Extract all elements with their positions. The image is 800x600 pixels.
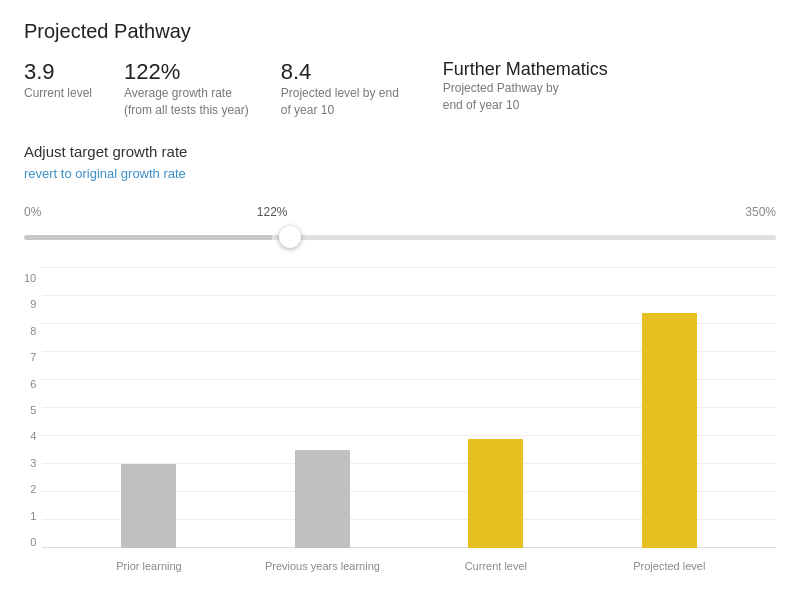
projected-label: Projected level by end of year 10	[281, 85, 411, 119]
bar-previous-learning	[295, 450, 350, 548]
chart-container: 0 1 2 3 4 5 6 7 8 9 10	[24, 268, 776, 548]
stat-current-level: 3.9 Current level	[24, 59, 92, 102]
grid-container: Prior learning Previous years learning C…	[42, 268, 776, 548]
y-label-0: 0	[24, 536, 36, 548]
bar-group-projected: Projected level	[642, 313, 697, 548]
bar-group-previous: Previous years learning	[295, 450, 350, 548]
y-label-3: 3	[24, 457, 36, 469]
projected-value: 8.4	[281, 59, 411, 85]
slider-wrapper: 122%	[24, 223, 776, 244]
y-label-7: 7	[24, 351, 36, 363]
stat-pathway: Further Mathematics Projected Pathway by…	[443, 59, 608, 114]
chart-body: Prior learning Previous years learning C…	[42, 268, 776, 548]
bar-prior-learning	[121, 464, 176, 548]
slider-current-label: 122%	[257, 205, 288, 219]
growth-rate-main-label: Average growth rate	[124, 85, 249, 102]
y-label-1: 1	[24, 510, 36, 522]
y-label-8: 8	[24, 325, 36, 337]
bar-label-prior: Prior learning	[116, 560, 181, 572]
revert-link[interactable]: revert to original growth rate	[24, 166, 186, 181]
stat-growth-rate: 122% Average growth rate (from all tests…	[124, 59, 249, 119]
page-title: Projected Pathway	[24, 20, 776, 43]
y-label-4: 4	[24, 430, 36, 442]
bar-group-prior: Prior learning	[121, 464, 176, 548]
adjust-section: Adjust target growth rate revert to orig…	[24, 143, 776, 197]
bar-label-previous: Previous years learning	[265, 560, 380, 572]
bar-label-current: Current level	[465, 560, 527, 572]
y-label-2: 2	[24, 483, 36, 495]
growth-rate-value: 122%	[124, 59, 249, 85]
slider-max-label: 350%	[745, 205, 776, 219]
current-level-label: Current level	[24, 85, 92, 102]
growth-rate-slider[interactable]	[24, 235, 776, 240]
y-axis: 0 1 2 3 4 5 6 7 8 9 10	[24, 268, 36, 548]
growth-rate-sublabel: (from all tests this year)	[124, 102, 249, 119]
bars-row: Prior learning Previous years learning C…	[42, 268, 776, 548]
y-label-6: 6	[24, 378, 36, 390]
stats-row: 3.9 Current level 122% Average growth ra…	[24, 59, 776, 119]
pathway-name: Further Mathematics	[443, 59, 608, 80]
bar-projected-level	[642, 313, 697, 548]
adjust-title: Adjust target growth rate	[24, 143, 776, 160]
stat-projected: 8.4 Projected level by end of year 10	[281, 59, 411, 119]
bar-current-level	[468, 439, 523, 548]
bar-label-projected: Projected level	[633, 560, 705, 572]
y-label-10: 10	[24, 272, 36, 284]
pathway-label: Projected Pathway by end of year 10	[443, 80, 573, 114]
y-label-5: 5	[24, 404, 36, 416]
bar-group-current: Current level	[468, 439, 523, 548]
slider-section: 0% 350% 122%	[24, 205, 776, 244]
y-label-9: 9	[24, 298, 36, 310]
current-level-value: 3.9	[24, 59, 92, 85]
slider-labels: 0% 350%	[24, 205, 776, 219]
slider-min-label: 0%	[24, 205, 41, 219]
